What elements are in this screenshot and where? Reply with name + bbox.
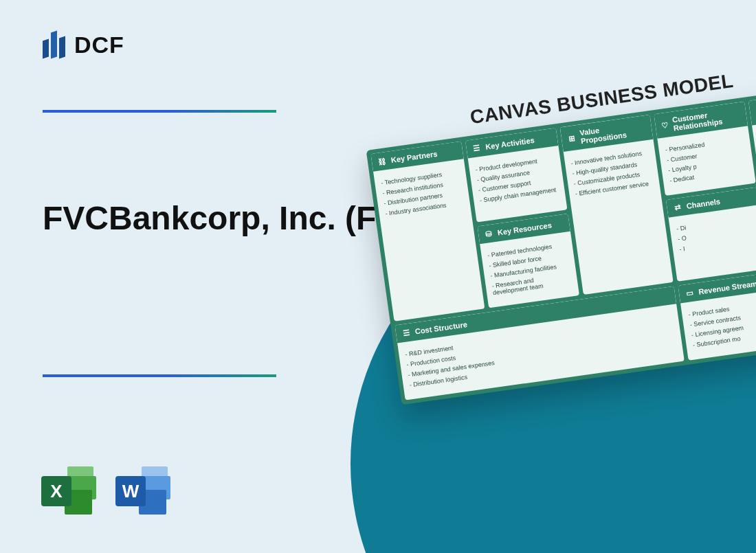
- cell-key-partners: ⛓Key Partners - Technology suppliers - R…: [370, 142, 485, 321]
- channel-icon: ⇄: [672, 202, 683, 213]
- cell-key-activities: ☰Key Activities - Product development - …: [465, 128, 567, 222]
- divider-top: [43, 110, 276, 113]
- cell-customer-relationships: ♡Customer Relationships - Personalized -…: [654, 102, 756, 196]
- excel-icon: X: [41, 464, 96, 519]
- card-icon: ▭: [685, 288, 696, 299]
- stage: DCF FVCBankcorp, Inc. (FVCB) X W CANVAS …: [0, 0, 756, 553]
- database-icon: ⛁: [483, 228, 494, 239]
- link-icon: ⛓: [377, 156, 388, 167]
- word-letter: W: [115, 476, 146, 506]
- logo-text: DCF: [74, 32, 124, 58]
- logo-bars-icon: [43, 27, 67, 62]
- dcf-logo: DCF: [43, 27, 124, 62]
- sliders-icon: ☰: [401, 328, 412, 339]
- cell-key-resources: ⛁Key Resources - Patented technologies -…: [477, 214, 579, 308]
- cell-value-propositions: ⊞Value Propositions - Innovative tech so…: [559, 115, 674, 295]
- business-model-canvas: CANVAS BUSINESS MODEL ⛓Key Partners - Te…: [362, 55, 756, 405]
- gift-icon: ⊞: [566, 133, 577, 144]
- divider-bottom: [43, 374, 276, 377]
- cell-channels: ⇄Channels - Di - O - I: [666, 187, 756, 281]
- file-icons-row: X W: [41, 464, 170, 519]
- excel-letter: X: [41, 476, 71, 506]
- people-icon: ☰: [471, 143, 482, 154]
- word-icon: W: [115, 464, 170, 519]
- heart-icon: ♡: [660, 120, 669, 130]
